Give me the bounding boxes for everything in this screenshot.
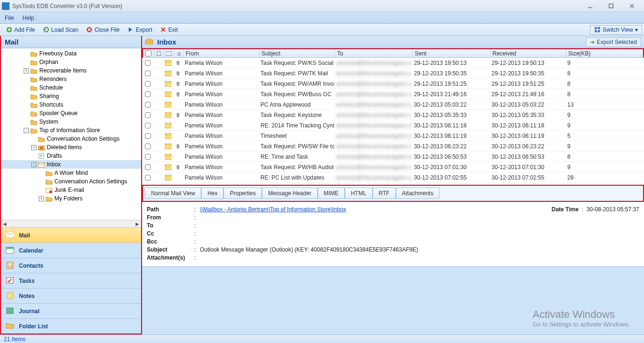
message-row[interactable]: Pamela WilsonTask Request: Keystoneanton… [142,110,644,120]
tree-item[interactable]: Shortcuts [1,100,141,109]
col-subject[interactable]: Subject [259,49,335,57]
tree-expander-icon[interactable]: - [31,162,36,167]
tab-hex[interactable]: Hex [201,188,224,199]
col-flag-icon[interactable] [154,49,164,57]
message-row[interactable]: Pamela WilsonTask Request: PW/Buss GCant… [142,89,644,99]
tree-expander-icon[interactable]: + [39,196,44,201]
row-checkbox[interactable] [145,91,151,97]
maximize-button[interactable] [600,1,621,11]
col-attachment-icon[interactable] [174,49,184,57]
tree-item[interactable]: Drafts [1,152,141,160]
nav-contacts[interactable]: Contacts [1,258,141,273]
export-button[interactable]: Export [124,26,156,34]
folder-icon [45,170,53,176]
value-datetime: 30-08-2013 05:57:37 [587,206,639,213]
col-checkbox[interactable] [143,49,154,57]
tree-item[interactable]: System [1,117,141,126]
switch-view-button[interactable]: Switch View▾ [590,25,642,35]
close-file-button[interactable]: Close File [82,26,123,34]
col-to[interactable]: To [335,49,413,57]
tree-item[interactable]: A Wiser Mind [1,169,141,177]
tab-mime[interactable]: MIME [318,188,345,199]
export-selected-button[interactable]: ➔ Export Selected [586,37,641,47]
tree-item[interactable]: Junk E-mail [1,186,141,194]
message-row[interactable]: Pamela WilsonTask Request: PW/KS Social … [142,58,644,68]
nav-mail[interactable]: Mail [1,227,141,243]
tree-item[interactable]: +My Folders [1,194,141,203]
nav-tasks[interactable]: Tasks [1,273,141,288]
tab-properties[interactable]: Properties [224,188,262,199]
tab-rtf[interactable]: RTF [373,188,396,199]
row-checkbox[interactable] [145,102,151,108]
cell-subject: Task Request: PW/TK Mail [259,68,334,78]
tab-html[interactable]: HTML [345,188,373,199]
row-checkbox[interactable] [145,133,151,139]
add-file-button[interactable]: Add File [2,26,39,34]
tree-item[interactable]: Schedule [1,83,141,92]
tree-item[interactable]: Freebusy Data [1,49,141,58]
tree-expander-icon[interactable]: - [24,128,29,133]
row-checkbox[interactable] [145,123,151,128]
tree-expander-icon[interactable]: + [31,145,36,150]
cell-to: antonio@thecarenavigator.c... [334,68,412,78]
message-row[interactable]: Pamela WilsonTask Request: PW/HB Audiol.… [142,162,644,172]
nav-journal[interactable]: Journal [1,303,141,318]
row-checkbox[interactable] [145,71,151,76]
nav-notes[interactable]: Notes [1,288,141,303]
menu-file[interactable]: File [5,15,14,21]
tree-horizontal-scrollbar[interactable]: ◄► [1,220,141,227]
tree-item[interactable]: Orphan [1,58,141,66]
tree-item[interactable]: Sharing [1,92,141,100]
cell-sent: 30-12-2013 05:03:22 [412,99,490,109]
col-mail-icon[interactable] [164,49,174,57]
message-row[interactable]: Pamela WilsonTimesheetantonio@thecarenav… [142,131,644,141]
message-row[interactable]: Pamela WilsonRE: PC List with Updatesant… [142,172,644,183]
tree-item[interactable]: -Top of Information Store [1,126,141,135]
tree-item[interactable]: +Recoverable Items [1,66,141,75]
message-row[interactable]: Pamela WilsonTask Request: PW/SW File to… [142,141,644,152]
path-link[interactable]: \\Mailbox [200,206,223,213]
nav-calendar[interactable]: Calendar [1,243,141,258]
tab-message-header[interactable]: Message Header [262,188,317,199]
menu-help[interactable]: Help [22,15,34,21]
tree-item[interactable]: Reminders [1,75,141,83]
load-scan-button[interactable]: Load Scan [39,26,82,34]
tree-item[interactable]: -Inbox [1,160,141,169]
nav-folder-list[interactable]: Folder List [1,318,141,334]
row-checkbox[interactable] [145,154,151,160]
row-checkbox[interactable] [145,112,151,118]
message-row[interactable]: Pamela WilsonRE: Time and Taskantonio@th… [142,152,644,162]
cell-received: 30-12-2013 06:11:18 [490,120,565,130]
message-row[interactable]: Pamela WilsonRE: 2014 Time Tracking Cynt… [142,120,644,131]
message-row[interactable]: Pamela WilsonTask Request: PW/TK Mailant… [142,68,644,79]
row-checkbox[interactable] [145,144,151,149]
row-checkbox[interactable] [145,164,151,170]
exit-button[interactable]: Exit [156,26,181,34]
cell-to: antonio@thecarenavigator.c... [334,172,412,182]
minimize-button[interactable] [580,1,600,11]
message-grid[interactable]: Pamela WilsonTask Request: PW/KS Social … [142,58,644,183]
cell-size: 9 [565,120,644,130]
svg-rect-20 [7,293,13,298]
cell-subject: Task Request: PW/AMR Invoi... [259,79,334,89]
message-row[interactable]: Pamela WilsonTask Request: PW/AMR Invoi.… [142,79,644,89]
row-checkbox[interactable] [145,60,151,66]
tab-normal-mail-view[interactable]: Normal Mail View [145,188,201,199]
col-sent[interactable]: Sent [413,49,491,57]
col-from[interactable]: From [184,49,259,57]
col-size[interactable]: Size(KB) [566,49,643,57]
close-button[interactable] [621,1,642,11]
row-checkbox[interactable] [145,81,151,87]
message-row[interactable]: Pamela WilsonPC Atria Applewoodantonio@t… [142,99,644,110]
folder-tree[interactable]: Freebusy DataOrphan+Recoverable ItemsRem… [1,48,141,220]
tree-item[interactable]: Spooler Queue [1,109,141,117]
col-received[interactable]: Received [491,49,566,57]
tree-expander-icon[interactable]: + [24,68,29,73]
row-checkbox[interactable] [145,175,151,181]
tree-item[interactable]: Conversation Action Settings [1,135,141,143]
tab-attachments[interactable]: Attachments [396,188,440,199]
tree-item[interactable]: +Deleted Items [1,143,141,152]
tree-item[interactable]: Conversation Action Settings [1,177,141,186]
cell-subject: Task Request: PW/Buss GC [259,89,334,99]
tree-item-label: Orphan [39,59,58,65]
